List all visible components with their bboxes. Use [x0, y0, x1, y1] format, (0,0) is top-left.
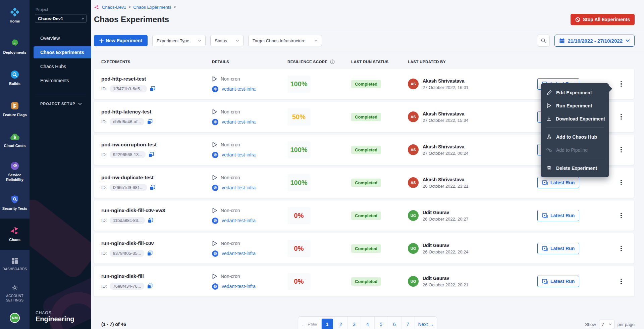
- sidebar-item-chaos-experiments[interactable]: Chaos Experiments: [34, 46, 91, 58]
- latest-run-button[interactable]: Latest Run: [537, 276, 579, 287]
- row-menu-button[interactable]: [616, 144, 626, 155]
- page-button-3[interactable]: 3: [347, 317, 361, 329]
- experiment-name[interactable]: run-nginx-disk-fill: [101, 273, 212, 279]
- id-label: ID:: [101, 218, 107, 223]
- row-menu-button[interactable]: [616, 243, 626, 254]
- rail-item-builds[interactable]: Builds: [0, 62, 30, 94]
- infrastructure-link[interactable]: vedant-test-infra: [222, 119, 256, 125]
- menu-item-delete-experiment[interactable]: Delete Experiment: [541, 161, 609, 175]
- sidebar-item-chaos-hubs[interactable]: Chaos Hubs: [30, 60, 91, 73]
- page-size-select[interactable]: 7: [599, 320, 614, 329]
- project-setup-toggle[interactable]: PROJECT SETUP: [40, 102, 91, 106]
- pipeline-icon: [546, 148, 552, 152]
- row-menu-button[interactable]: [616, 111, 626, 123]
- date-range-picker[interactable]: 21/10/2022 - 27/10/2022: [554, 35, 635, 47]
- experiment-name[interactable]: pod-http-latency-test: [101, 109, 212, 114]
- sidebar-item-environments[interactable]: Environments: [30, 75, 91, 87]
- resilience-score: 50%: [287, 108, 310, 126]
- stop-all-experiments-button[interactable]: Stop All Experiments: [571, 14, 635, 25]
- updated-by-name: Akash Shrivastava: [423, 78, 469, 84]
- copy-icon[interactable]: [148, 152, 154, 157]
- experiment-name[interactable]: pod-nw-duplicate-test: [101, 175, 212, 180]
- page-button-1[interactable]: 1: [321, 317, 334, 329]
- schedule-type: Non-cron: [221, 76, 240, 82]
- copy-icon[interactable]: [147, 250, 153, 256]
- status-badge: Completed: [351, 146, 381, 154]
- run-cell: Latest Run: [537, 177, 601, 188]
- page-button-6[interactable]: 6: [388, 317, 401, 329]
- run-cell: Latest Run: [537, 243, 601, 254]
- status-filter[interactable]: Status: [210, 35, 244, 46]
- rail-item-security-tests[interactable]: Security Tests: [0, 187, 30, 219]
- infrastructure-link[interactable]: vedant-test-infra: [222, 185, 256, 190]
- rail-item-service-reliability[interactable]: Service Reliability: [0, 156, 30, 187]
- experiment-type-filter[interactable]: Experiment Type: [152, 35, 206, 46]
- experiment-name[interactable]: run-nginx-disk-fill-c0v-vw3: [101, 207, 212, 213]
- updated-by-name: Udit Gaurav: [423, 210, 469, 215]
- id-label: ID:: [101, 251, 107, 256]
- experiment-id: 92296568-13...: [110, 151, 146, 158]
- sidebar-item-overview[interactable]: Overview: [30, 32, 91, 44]
- rail-item-cloud-costs[interactable]: $ Cloud Costs: [0, 125, 30, 156]
- page-button-7[interactable]: 7: [401, 317, 415, 329]
- page-button-5[interactable]: 5: [374, 317, 388, 329]
- rail-item-account-settings[interactable]: ACCOUNT SETTINGS: [0, 279, 30, 308]
- kubernetes-icon: ☸: [212, 119, 218, 125]
- rail-item-chaos[interactable]: Chaos: [0, 219, 30, 250]
- infrastructure-link[interactable]: vedant-test-infra: [222, 251, 256, 256]
- copy-icon[interactable]: [147, 283, 153, 289]
- resilience-cell: 100%: [287, 141, 351, 158]
- rail-item-dashboards[interactable]: DASHBOARDS: [0, 250, 30, 279]
- copy-icon[interactable]: [150, 86, 155, 92]
- rail-item-deployments[interactable]: ∞ Deployments: [0, 31, 30, 62]
- menu-item-add-to-chaos-hub[interactable]: Add to Chaos Hub: [541, 130, 609, 143]
- latest-run-button[interactable]: Latest Run: [537, 243, 579, 254]
- run-report-icon: [542, 213, 548, 218]
- page-title: Chaos Experiments: [94, 15, 169, 24]
- target-infrastructure-filter[interactable]: Target Chaos Infrastructure: [248, 35, 322, 46]
- status-badge: Completed: [351, 277, 381, 286]
- prev-page-button[interactable]: ← Prev: [298, 317, 321, 329]
- copy-icon[interactable]: [150, 185, 155, 190]
- experiment-name[interactable]: run-nginx-disk-fill-c0v: [101, 240, 212, 246]
- menu-item-run-experiment[interactable]: Run Experiment: [541, 99, 609, 112]
- experiment-name[interactable]: pod-http-reset-test: [101, 76, 212, 82]
- row-menu-button[interactable]: [616, 276, 626, 287]
- menu-item-download-experiment[interactable]: Download Experiment: [541, 112, 609, 125]
- copy-icon[interactable]: [147, 119, 153, 125]
- row-menu-button[interactable]: [616, 210, 626, 221]
- play-outline-icon: [212, 76, 217, 82]
- details-cell: Non-cron ☸ vedant-test-infra: [212, 142, 287, 158]
- page-button-2[interactable]: 2: [334, 317, 347, 329]
- infrastructure-link[interactable]: vedant-test-infra: [222, 152, 256, 157]
- experiment-name[interactable]: pod-nw-corruption-test: [101, 142, 212, 147]
- row-menu-button[interactable]: [616, 78, 626, 90]
- row-menu-button[interactable]: [616, 177, 626, 188]
- rail-item-feature-flags[interactable]: Feature Flags: [0, 94, 30, 125]
- new-experiment-button[interactable]: New Experiment: [94, 35, 148, 46]
- copy-icon[interactable]: [148, 218, 153, 223]
- infrastructure-link[interactable]: vedant-test-infra: [222, 86, 256, 92]
- project-selector[interactable]: Chaos-Dev1 »: [35, 14, 87, 23]
- avatar: UG: [408, 276, 419, 287]
- dashboards-icon: [11, 257, 19, 265]
- info-icon[interactable]: [330, 59, 335, 64]
- col-details: DETAILS: [212, 60, 287, 64]
- rail-item-home[interactable]: Home: [0, 0, 30, 31]
- resilience-score: 0%: [287, 240, 310, 257]
- gear-icon: [11, 284, 19, 292]
- infrastructure-link[interactable]: vedant-test-infra: [222, 218, 256, 223]
- collapse-icon[interactable]: »: [82, 16, 84, 21]
- page-button-4[interactable]: 4: [361, 317, 374, 329]
- updated-by-cell: AS Akash Shrivastava 27 October 2022, 15…: [408, 111, 537, 123]
- breadcrumb-experiments-link[interactable]: Chaos Experiments: [133, 5, 171, 10]
- latest-run-button[interactable]: Latest Run: [537, 177, 579, 188]
- updated-timestamp: 27 October 2022, 15:34: [423, 118, 469, 123]
- search-button[interactable]: [537, 35, 550, 47]
- breadcrumb-project-link[interactable]: Chaos-Dev1: [102, 5, 126, 10]
- menu-item-edit-experiment[interactable]: Edit Experiment: [541, 86, 609, 99]
- next-page-button[interactable]: Next →: [415, 317, 437, 329]
- latest-run-button[interactable]: Latest Run: [537, 210, 579, 221]
- infrastructure-link[interactable]: vedant-test-infra: [222, 284, 256, 289]
- user-avatar[interactable]: NM: [10, 313, 20, 323]
